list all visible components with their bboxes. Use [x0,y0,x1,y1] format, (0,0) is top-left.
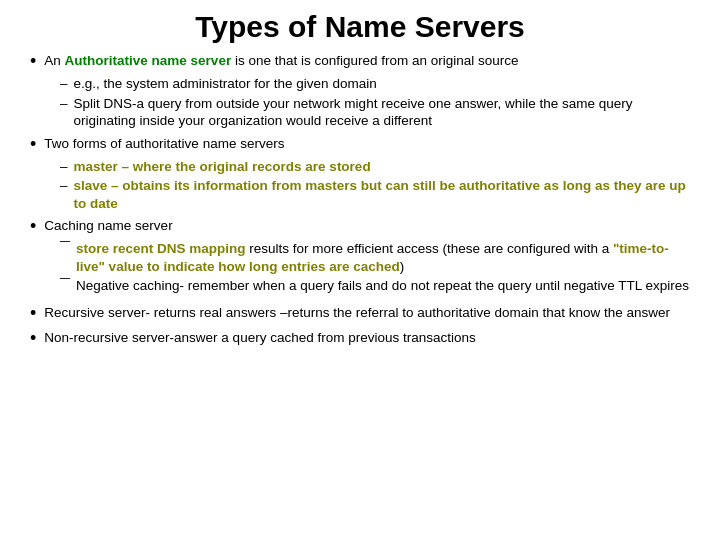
bullet-dot-1: • [30,51,36,72]
highlight-dns-mapping: store recent DNS mapping [76,241,246,256]
bullet-text-2: Two forms of authoritative name servers [44,135,690,153]
bullet-text-1: An Authoritative name server is one that… [44,52,690,70]
sub-list-2: – master – where the original records ar… [60,158,690,213]
highlight-authoritative: Authoritative name server [65,53,232,68]
caching-item-1: ¯ store recent DNS mapping results for m… [60,240,690,275]
caching-item-2: ¯ Negative caching- remember when a quer… [60,277,690,298]
sub-dash-1-1: – [60,75,68,93]
bullet-main-1: • An Authoritative name server is one th… [30,52,690,72]
bullet-dot-3: • [30,216,36,237]
caching-dash-1: ¯ [60,238,70,261]
bullet-main-3: • Caching name server [30,217,690,237]
bullet-main-5: • Non-recursive server-answer a query ca… [30,329,690,349]
bullet-dot-4: • [30,303,36,324]
sub-text-1-2: Split DNS-a query from outside your netw… [74,95,690,130]
bullet-section-5: • Non-recursive server-answer a query ca… [30,329,690,349]
caching-text-1: store recent DNS mapping results for mor… [76,240,690,275]
page-title: Types of Name Servers [30,10,690,44]
bullet-text-5: Non-recursive server-answer a query cach… [44,329,690,347]
bullet-main-2: • Two forms of authoritative name server… [30,135,690,155]
caching-sub-list: ¯ store recent DNS mapping results for m… [60,240,690,298]
sub-dash-2-2: – [60,177,68,195]
bullet-dot-2: • [30,134,36,155]
sub-text-2-2: slave – obtains its information from mas… [74,177,690,212]
bullet-section-4: • Recursive server- returns real answers… [30,304,690,324]
sub-item-2-1: – master – where the original records ar… [60,158,690,176]
sub-item-2-2: – slave – obtains its information from m… [60,177,690,212]
sub-dash-1-2: – [60,95,68,113]
bullet-section-2: • Two forms of authoritative name server… [30,135,690,213]
bullet-text-3: Caching name server [44,217,690,235]
caching-dash-2: ¯ [60,275,70,298]
sub-item-1-1: – e.g., the system administrator for the… [60,75,690,93]
caching-text-2: Negative caching- remember when a query … [76,277,690,295]
bullet-section-3: • Caching name server ¯ store recent DNS… [30,217,690,298]
sub-text-1-1: e.g., the system administrator for the g… [74,75,690,93]
sub-list-1: – e.g., the system administrator for the… [60,75,690,130]
sub-dash-2-1: – [60,158,68,176]
bullet-main-4: • Recursive server- returns real answers… [30,304,690,324]
sub-item-1-2: – Split DNS-a query from outside your ne… [60,95,690,130]
bullet-section-1: • An Authoritative name server is one th… [30,52,690,130]
sub-text-2-1: master – where the original records are … [74,158,690,176]
bullet-dot-5: • [30,328,36,349]
bullet-text-4: Recursive server- returns real answers –… [44,304,690,322]
